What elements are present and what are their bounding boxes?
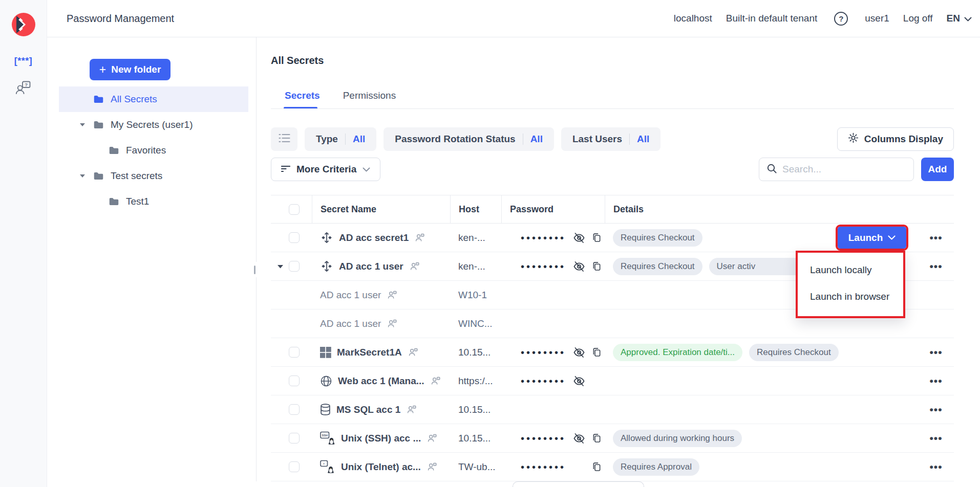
menu-item-launch-locally[interactable]: Launch locally — [798, 257, 903, 283]
current-user[interactable]: user1 — [865, 13, 889, 24]
row-checkbox[interactable] — [289, 261, 300, 272]
add-button[interactable]: Add — [921, 158, 954, 181]
row-menu-button[interactable]: ••• — [929, 261, 942, 272]
copy-icon[interactable] — [591, 261, 602, 272]
row-checkbox[interactable] — [289, 347, 300, 358]
person-icon — [415, 233, 424, 242]
new-folder-button[interactable]: + New folder — [90, 59, 171, 80]
secret-name: MarkSecret1A — [337, 347, 402, 358]
header-password[interactable]: Password — [501, 195, 605, 223]
list-icon — [279, 134, 290, 145]
header-details[interactable]: Details — [605, 195, 826, 223]
host-value: https:/... — [458, 375, 493, 387]
sidebar-item-favorites[interactable]: Favorites — [59, 138, 248, 163]
eye-off-icon[interactable] — [573, 432, 585, 445]
folder-icon — [93, 95, 104, 104]
sidebar-item-all-secrets[interactable]: All Secrets — [59, 86, 248, 112]
ad-icon — [320, 260, 333, 273]
filter-bar: Type All Password Rotation Status All La… — [271, 127, 954, 151]
table-row[interactable]: MS SQL acc 110.15...••• — [271, 395, 954, 424]
row-checkbox[interactable] — [289, 404, 300, 415]
chip-divider — [629, 134, 630, 145]
details-cell: Allowed during working hours — [605, 424, 826, 452]
view-options-button[interactable] — [271, 127, 297, 151]
launch-button[interactable]: Launch — [838, 227, 906, 249]
row-checkbox[interactable] — [289, 232, 300, 243]
copy-icon[interactable] — [591, 461, 602, 473]
user-inquiry-icon[interactable]: ? — [15, 81, 31, 98]
filter-last-users-value: All — [637, 134, 649, 145]
password-vault-icon[interactable]: [***] — [14, 56, 33, 67]
select-all-checkbox[interactable] — [289, 204, 300, 215]
status-badge: Approved. Expiration date/ti... — [613, 344, 742, 361]
row-menu-cell: ••• — [918, 367, 954, 395]
row-menu-button[interactable]: ••• — [929, 232, 942, 243]
row-menu-button[interactable]: ••• — [929, 461, 942, 472]
pagination-peek-button[interactable] — [513, 481, 644, 487]
caret-down-icon[interactable] — [78, 123, 87, 127]
table-row[interactable]: Web acc 1 (Mana...https:/...••••••••••• — [271, 367, 954, 395]
row-menu-cell: ••• — [918, 453, 954, 481]
filter-last-users[interactable]: Last Users All — [561, 127, 661, 151]
row-select-cell — [271, 252, 312, 280]
language-selector[interactable]: EN — [947, 13, 972, 24]
table-row[interactable]: AD acc secret1ken-...••••••••Requires Ch… — [271, 224, 954, 252]
caret-down-icon[interactable] — [78, 174, 87, 178]
folder-icon — [93, 171, 104, 181]
filter-type[interactable]: Type All — [305, 127, 376, 151]
log-off-button[interactable]: Log off — [903, 13, 933, 24]
row-menu-button[interactable]: ••• — [929, 375, 942, 386]
details-cell: Requires Checkout — [605, 224, 826, 252]
more-criteria-button[interactable]: More Criteria — [271, 158, 380, 181]
copy-icon[interactable] — [591, 347, 602, 358]
table-row[interactable]: MarkSecret1A10.15...••••••••Approved. Ex… — [271, 338, 954, 367]
gear-icon — [848, 132, 859, 146]
host-value: WINC... — [458, 318, 493, 329]
search-input[interactable] — [782, 164, 908, 175]
copy-icon[interactable] — [591, 433, 602, 444]
filter-rotation-status[interactable]: Password Rotation Status All — [384, 127, 554, 151]
help-icon[interactable]: ? — [834, 12, 848, 26]
row-select-cell — [271, 309, 312, 338]
eye-off-icon[interactable] — [573, 232, 585, 244]
row-checkbox[interactable] — [289, 433, 300, 444]
header-host[interactable]: Host — [450, 195, 501, 223]
row-checkbox[interactable] — [289, 461, 300, 472]
sidebar-item-my-secrets-user1[interactable]: My Secrets (user1) — [59, 112, 248, 138]
row-menu-button[interactable]: ••• — [929, 404, 942, 415]
tab-secrets[interactable]: Secrets — [285, 90, 320, 101]
sidebar-item-label: Test1 — [126, 196, 149, 207]
folder-tree-panel: + New folder All SecretsMy Secrets (user… — [47, 37, 256, 487]
table-row[interactable]: SSHUnix (SSH) acc ...10.15...••••••••All… — [271, 424, 954, 453]
password-cell: •••••••• — [501, 252, 605, 280]
host-value: ken-... — [458, 261, 485, 272]
expander-icon[interactable] — [277, 264, 284, 269]
row-menu-button[interactable]: ••• — [929, 433, 942, 444]
row-menu-cell — [918, 281, 954, 309]
eye-off-icon[interactable] — [573, 346, 585, 359]
password-cell — [501, 395, 605, 424]
header-secret-name[interactable]: Secret Name — [312, 195, 450, 223]
menu-item-launch-in-browser[interactable]: Launch in browser — [798, 283, 903, 310]
row-select-cell — [271, 281, 312, 309]
row-menu-button[interactable]: ••• — [929, 347, 942, 358]
sidebar-item-test1[interactable]: Test1 — [59, 189, 248, 214]
columns-display-button[interactable]: Columns Display — [837, 127, 954, 151]
person-icon — [388, 319, 397, 328]
row-checkbox[interactable] — [289, 375, 300, 386]
chevron-down-icon — [964, 13, 972, 24]
row-select-cell — [271, 395, 312, 424]
search-box — [759, 158, 914, 181]
secret-name-cell: AD acc 1 user — [312, 252, 450, 280]
copy-icon[interactable] — [591, 232, 602, 243]
launch-button-highlight: Launch — [836, 225, 908, 251]
app-logo-icon[interactable] — [12, 13, 35, 36]
eye-off-icon[interactable] — [573, 260, 585, 273]
tab-permissions[interactable]: Permissions — [343, 90, 396, 101]
eye-off-icon[interactable] — [573, 375, 585, 387]
sidebar-item-test-secrets[interactable]: Test secrets — [59, 163, 248, 189]
table-row[interactable]: ›Unix (Telnet) ac...TW-ub...••••••••Requ… — [271, 453, 954, 481]
criteria-bar: More Criteria Add — [271, 158, 954, 181]
search-add-group: Add — [759, 158, 954, 181]
row-menu-cell: ••• — [918, 252, 954, 280]
